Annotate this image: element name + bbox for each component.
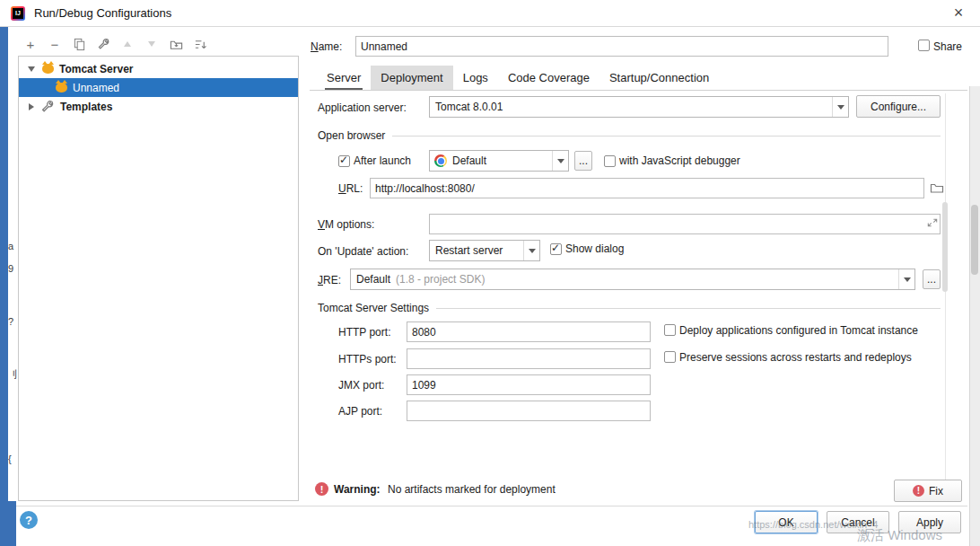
configuration-tabs: Server Deployment Logs Code Coverage Sta…: [310, 66, 967, 91]
tab-deployment[interactable]: Deployment: [371, 66, 452, 90]
cancel-button[interactable]: Cancel: [827, 511, 889, 533]
fix-button[interactable]: ! Fix: [894, 480, 962, 502]
jre-select[interactable]: Default (1.8 - project SDK): [350, 269, 915, 290]
js-debugger-checkbox[interactable]: [604, 155, 616, 167]
tree-item-label: Tomcat Server: [59, 63, 133, 75]
background-scrollbar-track: [969, 86, 980, 546]
background-scrollbar-thumb[interactable]: [971, 205, 978, 275]
http-port-input[interactable]: [407, 321, 651, 342]
tree-item-label: Templates: [60, 101, 112, 113]
preserve-sessions-checkbox[interactable]: [664, 351, 676, 363]
apply-button[interactable]: Apply: [898, 511, 961, 533]
jre-browse-button[interactable]: ...: [923, 269, 941, 289]
http-port-label: HTTP port:: [338, 326, 390, 339]
background-text-fragment: {: [8, 454, 18, 464]
warning-text: No artifacts marked for deployment: [388, 483, 556, 496]
background-text-fragment: ?: [8, 316, 18, 327]
warning-label: Warning:: [334, 483, 381, 496]
tab-code-coverage[interactable]: Code Coverage: [498, 66, 599, 90]
ok-button[interactable]: OK: [755, 511, 818, 533]
copy-configuration-icon[interactable]: [70, 35, 88, 53]
open-browser-section: Open browser: [318, 129, 941, 142]
browser-select[interactable]: Default: [429, 150, 569, 172]
vm-options-input[interactable]: [429, 214, 941, 234]
wrench-icon: [40, 100, 55, 114]
background-edge-block: [0, 501, 16, 546]
section-title: Open browser: [318, 129, 385, 142]
section-divider: [392, 136, 941, 136]
chevron-down-icon: [552, 151, 568, 171]
jre-label: JRE:: [318, 274, 341, 286]
application-server-select[interactable]: Tomcat 8.0.01: [429, 96, 849, 118]
dialog-title-bar: Run/Debug Configurations ×: [0, 0, 980, 27]
configurations-toolbar: + −: [22, 34, 209, 54]
configurations-tree: Tomcat Server Unnamed Templates: [18, 56, 299, 501]
warning-icon: !: [315, 482, 328, 496]
background-text-fragment: 刂: [8, 368, 18, 382]
error-icon: !: [913, 485, 924, 497]
chevron-right-icon[interactable]: [29, 103, 34, 110]
move-up-icon[interactable]: [118, 35, 136, 53]
deploy-applications-label: Deploy applications configured in Tomcat…: [679, 324, 918, 337]
intellij-logo-icon: [11, 6, 25, 21]
update-action-label: On 'Update' action:: [318, 245, 408, 258]
after-launch-label: After launch: [354, 154, 411, 167]
tab-startup-connection[interactable]: Startup/Connection: [599, 66, 719, 90]
move-into-folder-icon[interactable]: [167, 35, 185, 53]
expand-field-icon[interactable]: [927, 217, 938, 228]
deploy-applications-checkbox[interactable]: [664, 324, 676, 336]
url-label: URL:: [338, 182, 363, 195]
folder-icon[interactable]: [930, 181, 944, 195]
edit-defaults-wrench-icon[interactable]: [94, 35, 112, 53]
tomcat-settings-section: Tomcat Server Settings: [318, 302, 941, 314]
move-down-icon[interactable]: [143, 35, 161, 53]
sort-configurations-icon[interactable]: [191, 35, 209, 53]
name-label: Name:: [311, 40, 342, 53]
tree-item-templates[interactable]: Templates: [19, 97, 298, 116]
remove-icon[interactable]: −: [46, 35, 64, 53]
preserve-sessions-label: Preserve sessions across restarts and re…: [679, 351, 912, 364]
jmx-port-label: JMX port:: [338, 379, 384, 392]
help-icon[interactable]: ?: [20, 511, 38, 529]
tab-server[interactable]: Server: [317, 66, 371, 90]
share-checkbox[interactable]: [918, 40, 930, 51]
chevron-down-icon: [898, 269, 914, 289]
show-dialog-label: Show dialog: [565, 242, 624, 255]
tomcat-icon: [56, 83, 67, 92]
section-title: Tomcat Server Settings: [318, 302, 429, 314]
chevron-down-icon: [523, 241, 539, 260]
after-launch-checkbox[interactable]: [338, 155, 350, 167]
close-icon[interactable]: ×: [948, 2, 969, 23]
jmx-port-input[interactable]: [407, 374, 651, 395]
dialog-title: Run/Debug Configurations: [34, 6, 171, 20]
share-label: Share: [933, 40, 962, 53]
section-divider: [436, 308, 941, 309]
vm-options-label: VM options:: [318, 218, 374, 231]
ajp-port-input[interactable]: [407, 401, 651, 421]
show-dialog-checkbox[interactable]: [550, 243, 562, 255]
tree-item-label: Unnamed: [73, 82, 119, 94]
update-action-select[interactable]: Restart server: [429, 240, 540, 261]
https-port-label: HTTPs port:: [338, 353, 397, 365]
form-scrollbar-thumb[interactable]: [942, 202, 948, 292]
tomcat-icon: [42, 64, 54, 74]
footer-divider: [16, 506, 967, 506]
background-edge-strip: [0, 27, 8, 546]
https-port-input[interactable]: [407, 348, 651, 369]
browser-browse-button[interactable]: ...: [574, 151, 592, 171]
tree-item-tomcat-server[interactable]: Tomcat Server: [19, 59, 298, 78]
chevron-down-icon[interactable]: [28, 66, 35, 72]
configure-button[interactable]: Configure...: [856, 95, 941, 118]
application-server-label: Application server:: [318, 101, 407, 114]
chevron-down-icon: [832, 97, 848, 117]
ajp-port-label: AJP port:: [338, 405, 382, 418]
js-debugger-label: with JavaScript debugger: [619, 154, 740, 167]
background-text-fragment: 9: [8, 263, 18, 274]
add-icon[interactable]: +: [22, 35, 39, 53]
tree-item-unnamed[interactable]: Unnamed: [19, 78, 298, 97]
name-input[interactable]: [355, 36, 888, 57]
url-input[interactable]: [370, 178, 924, 198]
chrome-icon: [434, 154, 447, 167]
tab-logs[interactable]: Logs: [453, 66, 498, 90]
background-text-fragment: a: [8, 241, 18, 251]
